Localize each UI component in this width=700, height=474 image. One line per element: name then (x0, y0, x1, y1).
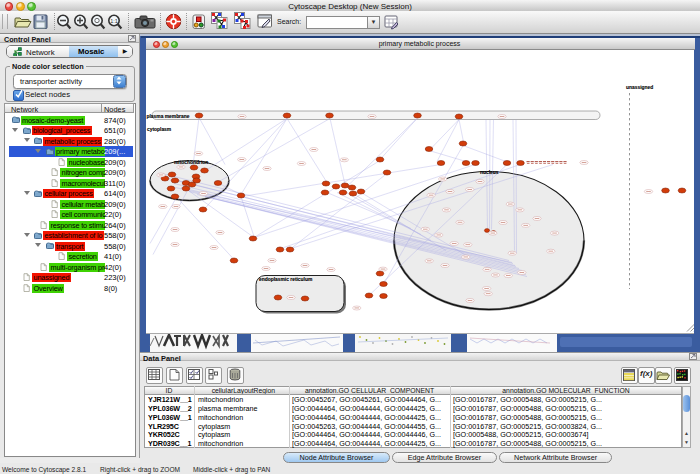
svg-text:unassigned: unassigned (626, 84, 653, 89)
svg-text:plasma membrane: plasma membrane (147, 113, 190, 118)
svg-text:cytoplasm: cytoplasm (147, 127, 172, 132)
svg-text:1:1: 1:1 (110, 18, 118, 24)
svg-text:nucleus: nucleus (480, 170, 499, 175)
svg-text:endoplasmic reticulum: endoplasmic reticulum (259, 277, 313, 282)
svg-text:mitochondrion: mitochondrion (174, 160, 208, 165)
